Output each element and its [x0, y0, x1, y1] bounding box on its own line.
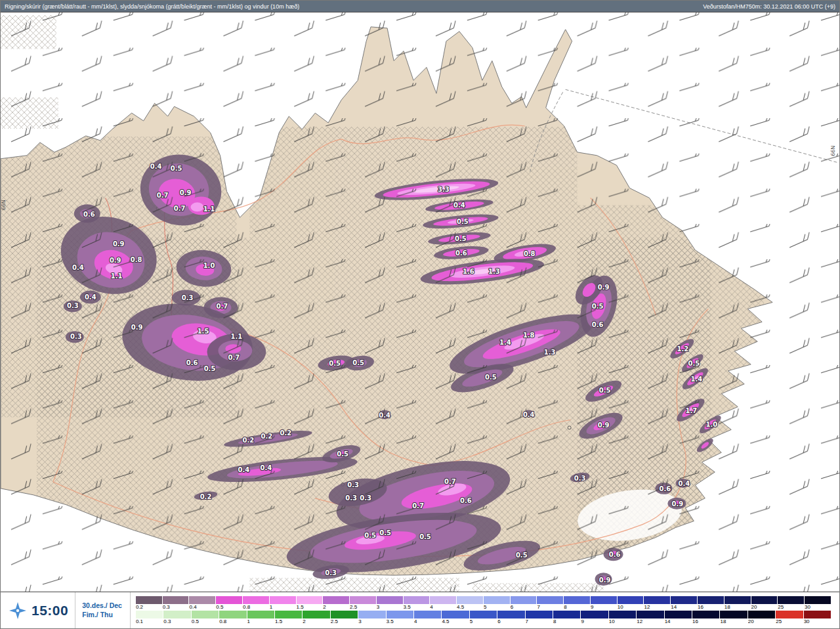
legend-cell: 2.5 [350, 596, 377, 611]
precip-value-label: 0.5 [364, 532, 376, 539]
legend-cell: 3.5 [404, 596, 430, 611]
legend-value: 1 [270, 604, 297, 611]
legend-swatch [275, 611, 303, 618]
legend-cell: 16 [692, 611, 720, 625]
legend-swatch [618, 596, 644, 604]
legend-cell: 30 [804, 611, 831, 625]
precip-value-label: 3.3 [438, 186, 450, 193]
legend-value: 18 [724, 604, 751, 611]
legend-value: 10 [609, 618, 637, 625]
precip-value-label: 1.1 [231, 333, 243, 340]
precip-value-label: 0.4 [150, 163, 162, 170]
legend-cell: 0.8 [243, 596, 270, 611]
precip-value-label: 0.4 [523, 411, 535, 418]
legend-swatch [192, 611, 219, 618]
precip-value-label: 0.6 [83, 211, 95, 218]
legend-cell: 3 [358, 611, 386, 625]
precip-value-label: 0.3 [182, 294, 194, 301]
legend-value: 20 [748, 618, 776, 625]
legend-value: 6 [497, 618, 525, 625]
legend-cell: 12 [637, 611, 664, 625]
legend-cell: 7 [526, 611, 553, 625]
precip-value-label: 0.3 [325, 569, 337, 576]
legend-cell: 8 [553, 611, 581, 625]
legend-cell: 3.5 [387, 611, 414, 625]
precip-value-label: 0.9 [598, 284, 610, 291]
legend-swatch [457, 596, 484, 604]
precip-value-label: 1.2 [677, 345, 689, 353]
legend-cell: 1 [270, 596, 297, 611]
legend-swatch [323, 596, 350, 604]
legend-cell: 1 [247, 611, 275, 625]
time-block: 15:00 [1, 592, 75, 628]
legend-swatch [665, 611, 692, 618]
precip-value-label: 0.7 [412, 502, 424, 510]
precip-value-label: 0.5 [592, 303, 604, 310]
precip-value-label: 0.8 [131, 256, 142, 263]
precip-value-label: 0.3 [574, 475, 586, 482]
legend-swatch [637, 611, 664, 618]
precip-value-label: 0.2 [261, 433, 273, 440]
precip-value-label: 0.6 [460, 497, 472, 504]
legend-cell: 25 [776, 611, 803, 625]
precip-value-label: 0.7 [444, 478, 456, 485]
legend-value: 9 [581, 618, 608, 625]
precip-value-label: 0.4 [85, 293, 96, 301]
precip-value-label: 0.9 [180, 189, 192, 196]
legend-swatch [511, 596, 537, 604]
legend-swatch [805, 596, 831, 604]
legend-cell: 6 [511, 596, 537, 611]
legend-cell: 18 [724, 596, 751, 611]
legend-swatch [270, 596, 297, 604]
legend-value: 20 [751, 604, 778, 611]
legend-swatch [581, 611, 608, 618]
precip-value-label: 1.1 [111, 272, 123, 280]
precip-value-label: 0.3 [360, 494, 371, 502]
legend-cell: 9 [581, 611, 608, 625]
legend-cell: 2 [303, 611, 330, 625]
legend-value: 30 [805, 604, 831, 611]
precip-value-label: 0.7 [174, 205, 186, 212]
legend-swatch [404, 596, 430, 604]
legend-swatch [591, 596, 618, 604]
legend-swatch [442, 611, 469, 618]
legend-cell: 7 [537, 596, 564, 611]
legend-cell: 2.5 [331, 611, 358, 625]
legend-swatch [497, 611, 525, 618]
legend-value: 2 [303, 618, 330, 625]
legend-cell: 9 [591, 596, 618, 611]
legend-cell: 0.3 [163, 596, 190, 611]
legend-value: 1 [247, 618, 275, 625]
precip-value-label: 0.9 [599, 576, 611, 584]
precip-value-label: 0.2 [200, 493, 212, 500]
precip-value-label: 0.5 [337, 450, 348, 458]
legend-swatch [553, 611, 581, 618]
legend-value: 18 [720, 618, 747, 625]
legend-value: 9 [591, 604, 618, 611]
legend-value: 4 [414, 618, 442, 625]
legend-swatch [358, 611, 386, 618]
precip-value-label: 0.9 [131, 324, 143, 331]
forecast-date-line1: 30.des./ Dec [82, 601, 122, 611]
precip-value-label: 1.3 [544, 349, 556, 356]
legend-cell: 3 [377, 596, 404, 611]
legend-swatch [644, 596, 671, 604]
legend-value: 2 [323, 604, 350, 611]
legend-value: 0.3 [163, 618, 191, 625]
precip-value-label: 0.4 [261, 464, 272, 471]
legend-swatch [537, 596, 564, 604]
precip-value-label: 0.2 [280, 429, 291, 437]
legend-swatch [698, 596, 724, 604]
map-canvas[interactable]: 0.40.50.70.90.71.10.60.90.90.80.41.11.00… [1, 12, 839, 592]
legend-swatch [470, 611, 497, 618]
legend-value: 1.5 [297, 604, 324, 611]
legend-value: 4.5 [457, 604, 484, 611]
precip-value-label: 0.5 [485, 374, 497, 381]
legend-swatch [331, 611, 358, 618]
legend-value: 7 [526, 618, 553, 625]
legend-value: 8 [564, 604, 591, 611]
legend-swatch [564, 596, 591, 604]
precip-value-label: 0.6 [660, 485, 671, 492]
precip-value-label: 0.5 [457, 218, 469, 225]
legend-value: 16 [692, 618, 720, 625]
